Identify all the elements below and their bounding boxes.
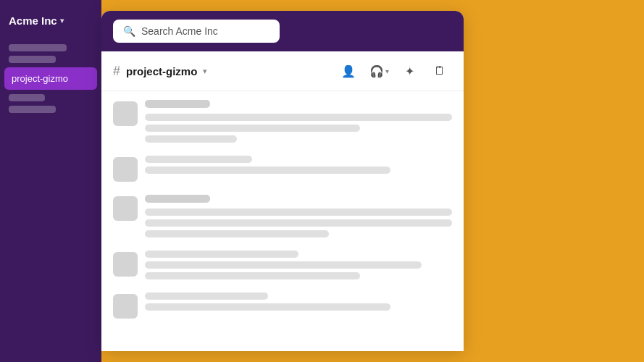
huddle-icon: 🎧 [369,64,384,78]
sidebar: Acme Inc ▾ project-gizmo [0,0,101,362]
sidebar-item-general[interactable] [9,94,45,101]
skeleton-line [145,261,422,269]
sparkle-icon: ✦ [405,64,414,78]
skeleton-line [145,303,390,311]
workspace-label: Acme Inc [9,14,57,27]
skeleton-line [145,251,298,258]
workspace-chevron-icon: ▾ [60,17,64,25]
avatar [113,196,138,221]
avatar [113,294,138,319]
skeleton-line [145,230,329,237]
message-content [145,292,452,311]
avatar [113,101,138,126]
canvas-icon: 🗒 [434,64,446,77]
channel-hash-icon: # [113,64,120,79]
sidebar-item-project-gizmo[interactable]: project-gizmo [4,67,97,90]
skeleton-line [145,292,268,300]
message-content [145,100,452,143]
search-placeholder: Search Acme Inc [141,25,218,37]
avatar [113,252,138,277]
skeleton-line [145,114,452,121]
sidebar-item-threads[interactable] [9,56,56,63]
skeleton-line [145,209,452,216]
message-content [145,251,452,279]
sidebar-item-random[interactable] [9,106,56,113]
message-content [145,156,452,174]
main-panel: 🔍 Search Acme Inc # project-gizmo ▾ 👤 🎧 … [101,11,464,351]
skeleton-name [145,100,210,108]
skeleton-line [145,219,452,227]
search-bar: 🔍 Search Acme Inc [101,11,464,51]
workspace-name[interactable]: Acme Inc ▾ [0,0,101,35]
canvas-button[interactable]: 🗒 [427,59,452,83]
channel-dropdown-icon[interactable]: ▾ [203,67,207,76]
sparkle-button[interactable]: ✦ [397,59,422,83]
channel-header: # project-gizmo ▾ 👤 🎧 ▾ ✦ 🗒 [101,51,464,91]
huddle-button[interactable]: 🎧 ▾ [367,59,391,83]
channel-name: project-gizmo [126,65,197,77]
person-icon: 👤 [341,64,356,78]
skeleton-line [145,135,237,143]
message-list[interactable] [101,91,464,351]
message-group [113,156,452,182]
search-input-wrap[interactable]: 🔍 Search Acme Inc [113,20,280,43]
message-group [113,292,452,319]
avatar [113,157,138,182]
skeleton-line [145,125,360,132]
message-content [145,195,452,237]
person-button[interactable]: 👤 [336,59,361,83]
message-group [113,195,452,237]
search-icon: 🔍 [123,25,135,37]
skeleton-line [145,167,390,174]
huddle-chevron-icon: ▾ [385,67,389,75]
sidebar-item-messages[interactable] [9,44,67,51]
skeleton-line [145,272,360,279]
sidebar-nav: project-gizmo [0,35,101,122]
skeleton-name [145,195,210,203]
skeleton-line [145,156,252,163]
message-group [113,251,452,279]
message-group [113,100,452,143]
